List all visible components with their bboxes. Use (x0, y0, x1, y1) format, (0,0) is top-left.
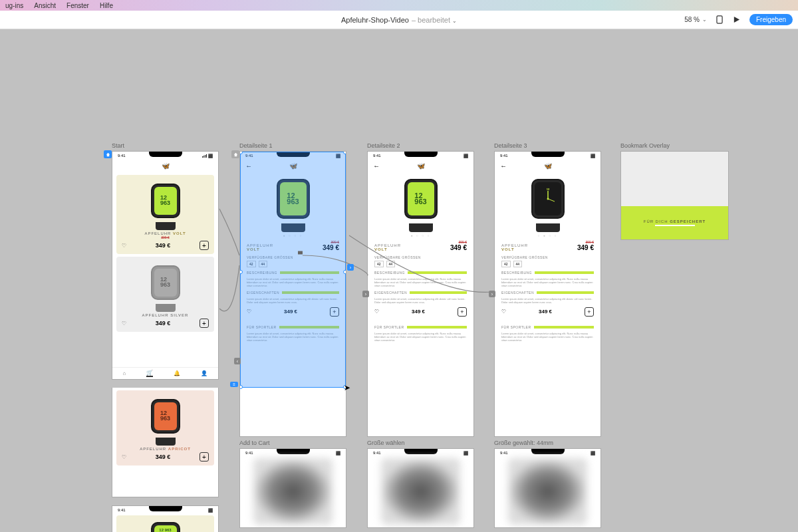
size-option[interactable]: 44 (259, 261, 268, 267)
document-title[interactable]: Apfeluhr-Shop-Video– bearbeitet ⌄ (341, 16, 457, 24)
watch-image: 12 963 (146, 184, 186, 230)
phone-notch (277, 152, 310, 157)
artboard-label[interactable]: Start (112, 142, 219, 149)
heart-icon[interactable]: ♡ (122, 454, 126, 460)
artboard-start[interactable]: Start 9:41 ⬛ 🦋 12 963 APFELUHR VOLT 399 … (112, 142, 219, 532)
artboard-label[interactable]: Bookmark Overlay (620, 142, 729, 149)
artboard-bookmark-overlay[interactable]: Bookmark Overlay FÜR DICH GESPEICHERT (620, 142, 729, 240)
play-icon[interactable] (732, 15, 741, 25)
watch-image: 12 963 (146, 399, 186, 446)
logo-icon: 🦋 (162, 162, 170, 170)
interaction-handle[interactable]: ‹ (234, 358, 241, 364)
add-button[interactable]: + (200, 319, 209, 328)
interaction-handle[interactable]: › (362, 291, 369, 297)
heart-icon[interactable]: ♡ (247, 309, 251, 315)
product-card-volt[interactable]: 12 963 APFELUHR VOLT 399 € ♡349 €+ (116, 175, 214, 254)
tab-cart-icon[interactable]: 🛒 (146, 370, 153, 377)
artboard-size-picked[interactable]: Größe gewählt: 44mm 9:41⬛ (494, 440, 601, 528)
back-arrow-icon[interactable]: ← (245, 162, 252, 170)
add-button[interactable]: + (200, 241, 209, 250)
artboard-label[interactable]: Detailseite 1 (239, 142, 346, 149)
blurred-content (253, 458, 332, 525)
interaction-handle[interactable]: › (489, 291, 495, 297)
heart-icon[interactable]: ♡ (122, 321, 126, 327)
heart-icon[interactable]: ♡ (122, 243, 126, 249)
chevron-down-icon[interactable]: ⌄ (702, 17, 707, 23)
design-canvas[interactable]: Start 9:41 ⬛ 🦋 12 963 APFELUHR VOLT 399 … (0, 29, 798, 532)
product-card-apricot[interactable]: 12 963 APFELUHR APRICOT ♡349 €+ (116, 390, 214, 466)
artboard-label[interactable]: Detailseite 3 (494, 142, 601, 149)
tab-bar: ⌂ 🛒 🔔 👤 (112, 367, 218, 379)
artboard-size-select[interactable]: Größe wählen 9:41⬛ (367, 440, 474, 528)
back-arrow-icon[interactable]: ← (500, 162, 507, 170)
home-artboard-badge[interactable] (104, 150, 112, 158)
menu-hilfe[interactable]: Hilfe (100, 2, 113, 9)
watch-image: 12 963 (146, 265, 186, 312)
artboard-label[interactable]: Detailseite 2 (367, 142, 474, 149)
tab-profile-icon[interactable]: 👤 (201, 370, 207, 376)
share-button[interactable]: Freigeben (749, 14, 793, 25)
svg-line-3 (548, 199, 555, 201)
size-option[interactable]: 42 (247, 261, 256, 267)
back-arrow-icon[interactable]: ← (373, 162, 380, 170)
artboard-badge[interactable] (231, 150, 239, 158)
add-button[interactable]: + (200, 452, 209, 462)
tab-notif-icon[interactable]: 🔔 (174, 370, 180, 376)
zoom-level[interactable]: 58 %⌄ (684, 16, 707, 23)
artboard-add-to-cart[interactable]: Add to Cart 9:41⬛ (239, 440, 346, 528)
menu-fenster[interactable]: Fenster (66, 2, 89, 9)
artboard-detail-1[interactable]: Detailseite 1 9:41⬛ ←🦋 12 963 ● ○ ○ ○ AP… (239, 142, 346, 437)
artboard-detail-2[interactable]: Detailseite 2 9:41⬛ ←🦋 12 963 ● ○ ○ ○ AP… (367, 142, 474, 437)
device-preview-icon[interactable] (715, 15, 724, 25)
cursor-icon: ➤ (344, 383, 350, 392)
menu-plugins[interactable]: ug-ins (5, 2, 23, 9)
phone-notch (149, 152, 182, 157)
tab-home-icon[interactable]: ⌂ (123, 370, 126, 376)
interaction-handle[interactable]: › (347, 264, 354, 271)
add-button[interactable]: + (330, 307, 339, 317)
svg-rect-0 (717, 16, 722, 23)
menubar: ug-ins Ansicht Fenster Hilfe (0, 0, 798, 11)
selection-measure-badge: ≡ (230, 382, 238, 387)
saved-banner: FÜR DICH GESPEICHERT (621, 206, 728, 239)
artboard-detail-3[interactable]: Detailseite 3 9:41⬛ ←🦋 12 ○ ● ○ ○ APFELU… (494, 142, 601, 437)
logo-icon: 🦋 (289, 162, 297, 170)
chevron-down-icon[interactable]: ⌄ (452, 18, 457, 24)
toolbar: Apfeluhr-Shop-Video– bearbeitet ⌄ 58 %⌄ … (0, 11, 798, 29)
watch-image: 12 963 (270, 179, 317, 232)
svg-text:12: 12 (546, 188, 549, 191)
phone-notch (149, 506, 182, 511)
product-card-silver[interactable]: 12 963 APFELUHR SILVER ♡349 €+ (116, 257, 214, 332)
menu-ansicht[interactable]: Ansicht (34, 2, 56, 9)
